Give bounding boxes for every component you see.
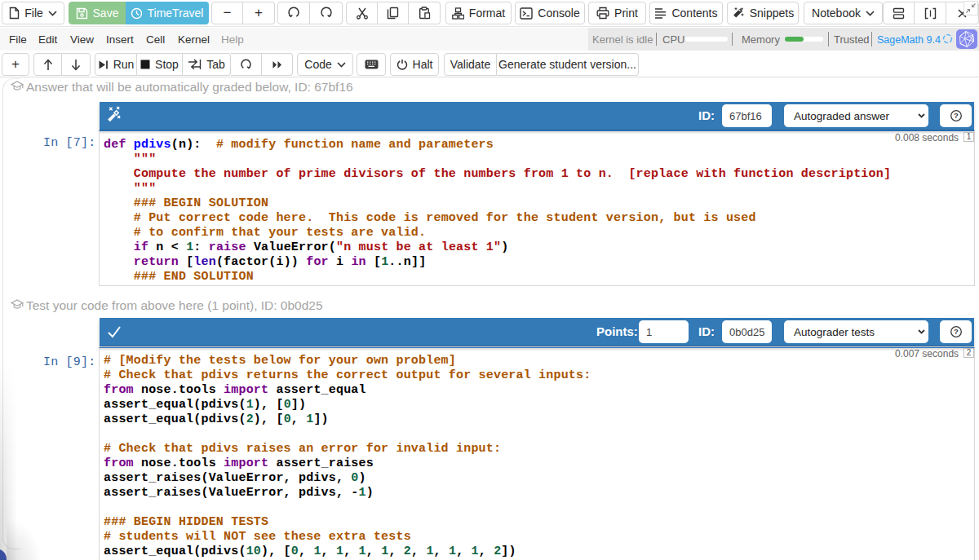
svg-text:?: ? [954, 111, 959, 120]
svg-text:?: ? [954, 327, 959, 336]
